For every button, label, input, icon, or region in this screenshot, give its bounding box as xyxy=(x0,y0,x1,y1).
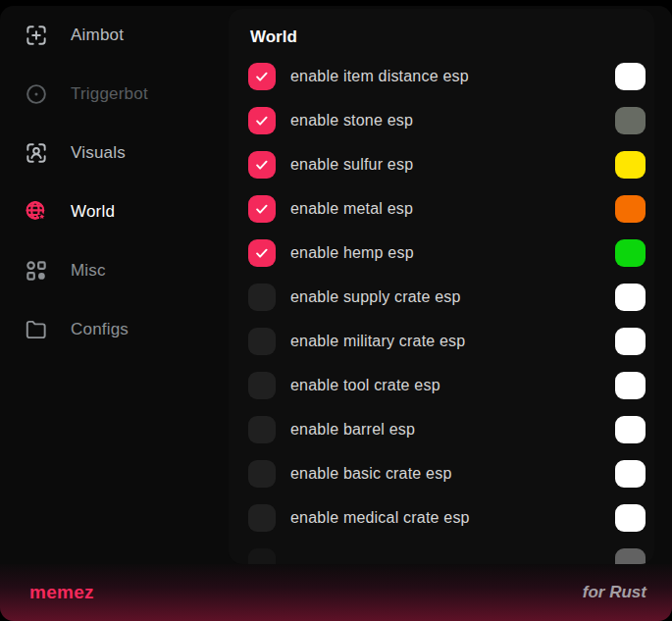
esp-option-row: enable metal esp xyxy=(248,186,649,231)
esp-checkbox[interactable] xyxy=(248,328,276,355)
esp-color-swatch[interactable] xyxy=(615,107,646,134)
esp-option-label: enable item distance esp xyxy=(290,68,469,85)
panel-title: World xyxy=(250,26,649,48)
esp-option-label: enable medical crate esp xyxy=(290,509,470,527)
sidebar-item-aimbot[interactable]: Aimbot xyxy=(0,6,229,65)
esp-option-label: enable tool crate esp xyxy=(290,377,440,394)
esp-option-row: enable hemp esp xyxy=(248,231,649,275)
esp-checkbox[interactable] xyxy=(248,151,276,179)
esp-checkbox[interactable] xyxy=(248,239,276,267)
esp-checkbox[interactable] xyxy=(248,63,276,90)
sidebar-item-visuals[interactable]: Visuals xyxy=(0,124,229,182)
esp-option-row xyxy=(248,540,649,564)
esp-color-swatch[interactable] xyxy=(615,151,646,179)
checkmark-icon xyxy=(253,200,271,218)
aimbot-crosshair-icon xyxy=(24,23,49,48)
esp-option-label: enable metal esp xyxy=(290,200,413,218)
sidebar-item-triggerbot[interactable]: Triggerbot xyxy=(0,65,229,124)
esp-option-row: enable supply crate esp xyxy=(248,275,649,319)
esp-option-label: enable hemp esp xyxy=(290,244,414,262)
esp-color-swatch[interactable] xyxy=(615,372,646,399)
esp-color-swatch[interactable] xyxy=(615,548,646,565)
esp-option-row: enable basic crate esp xyxy=(248,451,649,495)
esp-option-label: enable supply crate esp xyxy=(290,288,461,306)
triggerbot-circle-icon xyxy=(24,81,49,107)
sidebar-item-misc[interactable]: Misc xyxy=(0,241,229,300)
esp-option-label: enable barrel esp xyxy=(290,421,415,439)
checkmark-icon xyxy=(253,244,271,262)
tagline-text: for Rust xyxy=(583,583,646,602)
esp-option-row: enable stone esp xyxy=(248,98,649,142)
esp-color-swatch[interactable] xyxy=(615,239,646,267)
checkmark-icon xyxy=(253,112,271,129)
sidebar: Aimbot Triggerbot Visuals World Misc Con… xyxy=(0,6,229,359)
esp-color-swatch[interactable] xyxy=(615,195,646,223)
esp-checkbox[interactable] xyxy=(248,548,276,565)
esp-checkbox[interactable] xyxy=(248,107,276,134)
sidebar-item-world[interactable]: World xyxy=(0,182,229,241)
esp-option-row: enable medical crate esp xyxy=(248,495,649,540)
esp-option-row: enable tool crate esp xyxy=(248,363,649,407)
esp-checkbox[interactable] xyxy=(248,195,276,223)
esp-option-label: enable military crate esp xyxy=(290,333,465,350)
esp-option-label: enable sulfur esp xyxy=(290,156,413,174)
esp-color-swatch[interactable] xyxy=(615,460,646,488)
checkmark-icon xyxy=(253,68,271,85)
esp-color-swatch[interactable] xyxy=(615,504,646,532)
esp-color-swatch[interactable] xyxy=(615,416,646,443)
esp-option-label: enable basic crate esp xyxy=(290,465,452,483)
world-globe-icon xyxy=(24,199,49,225)
esp-color-swatch[interactable] xyxy=(615,63,646,90)
cheat-menu-window: Aimbot Triggerbot Visuals World Misc Con… xyxy=(0,6,672,621)
brand-text: memez xyxy=(29,582,94,603)
misc-grid-icon xyxy=(24,258,49,284)
checkmark-icon xyxy=(253,156,271,174)
esp-checkbox[interactable] xyxy=(248,416,276,443)
esp-option-row: enable barrel esp xyxy=(248,407,649,451)
esp-color-swatch[interactable] xyxy=(615,328,646,355)
esp-option-label: enable stone esp xyxy=(290,112,413,129)
visuals-person-scan-icon xyxy=(24,140,49,166)
esp-checkbox[interactable] xyxy=(248,284,276,311)
esp-options-list[interactable]: enable item distance esp enable stone es… xyxy=(248,54,649,564)
esp-checkbox[interactable] xyxy=(248,460,276,488)
sidebar-item-configs[interactable]: Configs xyxy=(0,300,229,359)
world-panel: World enable item distance esp enable st… xyxy=(229,9,654,564)
esp-option-row: enable sulfur esp xyxy=(248,142,649,186)
footer: memez for Rust xyxy=(0,564,672,621)
esp-color-swatch[interactable] xyxy=(615,284,646,311)
configs-folder-icon xyxy=(24,317,49,342)
esp-option-row: enable military crate esp xyxy=(248,319,649,363)
esp-checkbox[interactable] xyxy=(248,372,276,399)
esp-checkbox[interactable] xyxy=(248,504,276,532)
esp-option-row: enable item distance esp xyxy=(248,54,649,98)
